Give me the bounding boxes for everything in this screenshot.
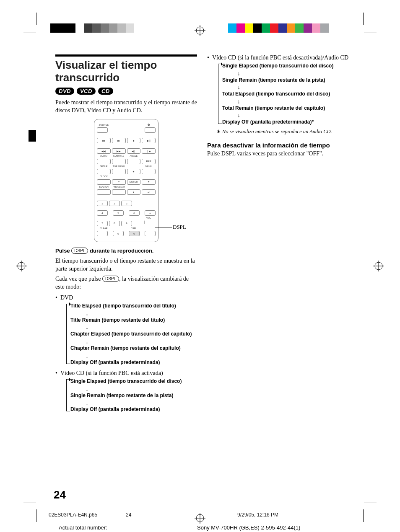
num-6: 6 — [129, 210, 140, 216]
down-arrow-icon: ↓ — [86, 353, 197, 359]
badge-dvd: DVD — [55, 88, 74, 95]
num-9: 9 — [121, 221, 132, 226]
cycle-lists: DVD Title Elapsed (tiempo transcurrido d… — [55, 294, 197, 413]
remote-label: SEARCH — [97, 186, 111, 189]
cycle-item: Title Elapsed (tiempo transcurrido del t… — [70, 303, 197, 310]
print-grayscale-bar — [50, 23, 134, 33]
dspl-pill: DSPL — [221, 150, 236, 157]
remote-button — [97, 189, 111, 195]
registration-mark-icon — [195, 25, 205, 36]
step-body-2: Cada vez que pulse DSPL, la visualizació… — [55, 275, 197, 291]
list-label: Vídeo CD (si la función PBC está activad… — [60, 370, 163, 376]
deactivate-text-a: Pulse — [207, 150, 221, 157]
left-icon: ✦ — [112, 179, 126, 185]
remote-label-source: SOURCE — [97, 124, 111, 127]
return-icon: ↩ — [142, 189, 156, 195]
enter-button: ENTER — [127, 179, 141, 185]
down-arrow-icon: ↓ — [237, 112, 349, 118]
remote-label — [142, 176, 156, 178]
crop-mark-icon — [363, 13, 364, 25]
remote-label — [142, 155, 156, 158]
cycle-item: Display Off (pantalla predeterminada)* — [222, 119, 349, 126]
footer-divider — [44, 507, 356, 507]
footer-file: 02ES03PLA-E4N.p65 — [49, 512, 97, 518]
cycle-item: Single Remain (tiempo restante de la pis… — [70, 393, 197, 399]
remote-label: VOL — [142, 217, 156, 220]
cycle-item: Display Off (pantalla predeterminada) — [70, 359, 197, 366]
down-arrow-icon: ↓ — [86, 324, 197, 330]
intro-paragraph: Puede mostrar el tiempo transcurrido y e… — [55, 99, 197, 115]
dspl-button: 0 — [129, 231, 140, 236]
remote-button — [97, 169, 111, 174]
meta-left: Actual total number: — [59, 524, 107, 531]
list-label: Vídeo CD (si la función PBC está desacti… — [212, 54, 348, 61]
cycle-item: Total Elapsed (tiempo transcurrido del d… — [222, 91, 349, 98]
next-track-icon: ⏭ — [112, 138, 126, 143]
remote-label: TOP MENU — [112, 165, 126, 168]
callout-label: DSPL — [173, 224, 186, 230]
step-back-icon: ◀❙ — [127, 148, 141, 154]
registration-mark-icon — [373, 261, 384, 271]
asterisk-icon: ∗ — [216, 129, 221, 134]
down-arrow-icon: ↓ — [86, 386, 197, 392]
remote-label: CLOCK — [97, 176, 111, 178]
num-1: 1 — [97, 201, 108, 206]
step-lead-a: Pulse — [55, 248, 71, 254]
registration-mark-icon — [16, 261, 27, 271]
cycle-item: Display Off (pantalla predeterminada) — [70, 406, 197, 413]
badge-vcd: VCD — [77, 88, 96, 95]
vol-down: － — [145, 231, 156, 236]
num-2: 2 — [109, 201, 120, 206]
remote-label: ANGLE — [127, 155, 141, 158]
crop-mark-icon — [36, 13, 36, 25]
down-arrow-icon: ↓ — [237, 84, 349, 90]
down-arrow-icon: ↓ — [86, 400, 197, 405]
deactivate-heading: Para desactivar la información de tiempo — [207, 141, 349, 150]
cycle-vcd-on: Single Elapsed (tiempo transcurrido del … — [66, 378, 197, 413]
page-sheet: Visualizar el tiempo transcurrido DVD VC… — [0, 0, 400, 532]
heading-rule — [55, 54, 197, 57]
cycle-item: Chapter Remain (tiempo restante del capí… — [70, 345, 197, 352]
footer-datetime: 9/29/05, 12:16 PM — [237, 512, 278, 518]
remote-label: CLEAR — [97, 227, 111, 230]
cycle-bracket-icon — [218, 64, 222, 124]
num-4: 4 — [97, 210, 108, 216]
down-arrow-icon: ↓ — [86, 338, 197, 344]
num-3: 3 — [121, 201, 132, 206]
crop-mark-icon — [23, 33, 36, 33]
remote-button — [97, 179, 111, 185]
right-column: Vídeo CD (si la función PBC está desacti… — [207, 54, 349, 473]
list-dvd: DVD Title Elapsed (tiempo transcurrido d… — [55, 294, 197, 366]
list-vcd-pbc-on: Vídeo CD (si la función PBC está activad… — [55, 370, 197, 413]
crop-mark-icon — [364, 33, 377, 33]
crop-mark-icon — [36, 509, 36, 522]
remote-button — [97, 127, 108, 133]
cycle-item: Single Elapsed (tiempo transcurrido del … — [70, 378, 197, 385]
remote-label — [97, 217, 111, 220]
remote-label — [142, 227, 156, 230]
remote-button — [127, 159, 141, 164]
remote-button — [112, 169, 126, 174]
remote-label-dspl: DSPL — [127, 227, 141, 230]
vol-up: ＋ — [145, 210, 156, 216]
crop-mark-icon — [23, 503, 36, 503]
right-icon: ✦ — [142, 179, 156, 185]
remote-label: PROGRAM — [112, 186, 126, 189]
cycle-vcd-off: Single Elapsed (tiempo transcurrido del … — [218, 63, 349, 126]
forward-icon: ▶▶ — [112, 148, 126, 154]
cycle-bracket-icon — [66, 379, 70, 411]
remote-label — [127, 186, 141, 189]
remote-illustration: SOURCE⏻ ⏮⏭■▶∥ ◀◀▶▶◀❙❙▶ AUDIOSUBTITLEANGL… — [55, 119, 197, 243]
remote-button — [145, 127, 156, 133]
stop-icon: ■ — [127, 138, 141, 143]
badge-cd: CD — [98, 88, 113, 95]
clear-button — [97, 231, 108, 236]
down-arrow-icon: ↓ — [237, 70, 349, 76]
cycle-lists-right: Vídeo CD (si la función PBC está desacti… — [207, 54, 349, 135]
deactivate-text-b: varias veces para seleccionar "OFF". — [236, 150, 324, 157]
down-arrow-icon: ↓ — [237, 98, 349, 104]
cycle-bracket-icon — [66, 304, 70, 364]
page-title: Visualizar el tiempo transcurrido — [55, 59, 197, 84]
remote-label — [112, 217, 126, 220]
step-body-2a: Cada vez que pulse — [55, 276, 102, 282]
